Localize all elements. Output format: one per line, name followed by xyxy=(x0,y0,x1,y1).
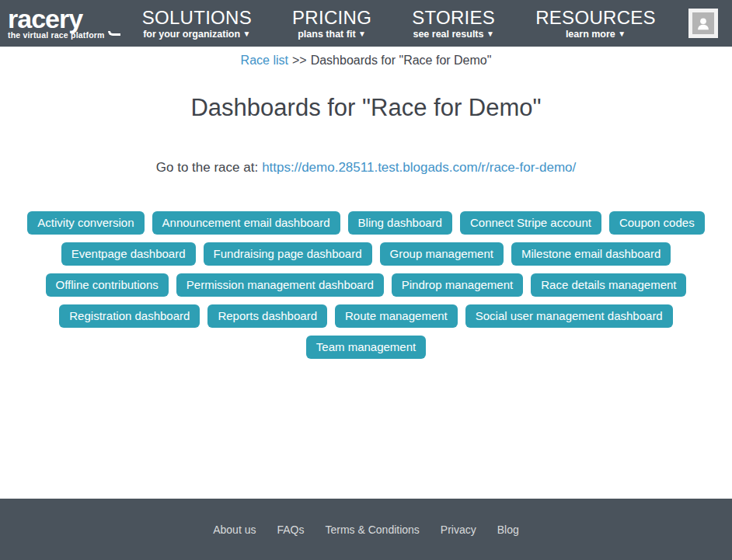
breadcrumb: Race list>>Dashboards for "Race for Demo… xyxy=(0,53,732,68)
dashboard-button-permission-management-dashboard[interactable]: Permission management dashboard xyxy=(176,273,384,297)
breadcrumb-race-list-link[interactable]: Race list xyxy=(241,54,288,67)
dashboard-button-fundraising-page-dashboard[interactable]: Fundraising page dashboard xyxy=(204,242,372,266)
dashboard-button-group-management[interactable]: Group management xyxy=(380,242,504,266)
dashboard-button-activity-conversion[interactable]: Activity conversion xyxy=(27,211,144,235)
dashboard-button-row: Offline contributionsPermission manageme… xyxy=(0,273,732,297)
chevron-down-icon: ▼ xyxy=(358,30,366,38)
chevron-down-icon: ▼ xyxy=(243,30,251,38)
chevron-down-icon: ▼ xyxy=(486,30,494,38)
nav-item-label: STORIES xyxy=(412,8,495,28)
footer: About usFAQsTerms & ConditionsPrivacyBlo… xyxy=(0,499,732,560)
nav-item-sublabel: learn more ▼ xyxy=(535,29,656,40)
race-link-line: Go to the race at:https://demo.28511.tes… xyxy=(0,159,732,176)
dashboard-button-pindrop-management[interactable]: Pindrop management xyxy=(392,273,523,297)
footer-link-terms-conditions[interactable]: Terms & Conditions xyxy=(325,523,419,536)
racery-logo[interactable]: racery the virtual race platform xyxy=(8,7,120,40)
breadcrumb-current: Dashboards for "Race for Demo" xyxy=(311,54,492,67)
dashboard-button-race-details-management[interactable]: Race details management xyxy=(531,273,686,297)
footer-link-privacy[interactable]: Privacy xyxy=(441,523,476,536)
logo-title: racery xyxy=(8,7,120,30)
main-content: Race list>>Dashboards for "Race for Demo… xyxy=(0,47,732,499)
nav-item-pricing[interactable]: PRICINGplans that fit ▼ xyxy=(292,8,371,40)
nav-item-sublabel: plans that fit ▼ xyxy=(292,29,371,40)
dashboard-button-coupon-codes[interactable]: Coupon codes xyxy=(609,211,705,235)
nav-menu: SOLUTIONSfor your organization ▼PRICINGp… xyxy=(142,8,656,40)
chevron-down-icon: ▼ xyxy=(618,30,626,38)
dashboard-button-offline-contributions[interactable]: Offline contributions xyxy=(46,273,169,297)
footer-link-faqs[interactable]: FAQs xyxy=(277,523,304,536)
nav-item-resources[interactable]: RESOURCESlearn more ▼ xyxy=(535,8,656,40)
dashboard-button-bling-dashboard[interactable]: Bling dashboard xyxy=(348,211,452,235)
user-icon xyxy=(692,12,714,34)
dashboard-button-route-management[interactable]: Route management xyxy=(335,304,458,328)
nav-item-sublabel: see real results ▼ xyxy=(412,29,495,40)
breadcrumb-separator: >> xyxy=(292,54,307,67)
logo-swoosh-icon xyxy=(108,31,120,36)
dashboard-button-row: Activity conversionAnnouncement email da… xyxy=(0,211,732,235)
nav-item-label: PRICING xyxy=(292,8,371,28)
race-link-label: Go to the race at: xyxy=(156,160,258,175)
dashboard-buttons: Activity conversionAnnouncement email da… xyxy=(0,211,732,359)
logo-tagline-text: the virtual race platform xyxy=(8,31,105,40)
top-nav: racery the virtual race platform SOLUTIO… xyxy=(0,0,732,47)
dashboard-button-team-management[interactable]: Team management xyxy=(306,336,426,359)
nav-item-label: RESOURCES xyxy=(535,8,656,28)
race-url-link[interactable]: https://demo.28511.test.blogads.com/r/ra… xyxy=(262,160,576,175)
dashboard-button-row: Registration dashboardReports dashboardR… xyxy=(0,304,732,328)
dashboard-button-connect-stripe-account[interactable]: Connect Stripe account xyxy=(460,211,601,235)
dashboard-button-social-user-management-dashboard[interactable]: Social user management dashboard xyxy=(465,304,673,328)
dashboard-button-reports-dashboard[interactable]: Reports dashboard xyxy=(207,304,327,328)
dashboard-button-registration-dashboard[interactable]: Registration dashboard xyxy=(59,304,200,328)
nav-item-solutions[interactable]: SOLUTIONSfor your organization ▼ xyxy=(142,8,252,40)
footer-link-blog[interactable]: Blog xyxy=(497,523,519,536)
dashboard-button-row: Team management xyxy=(0,336,732,359)
dashboard-button-milestone-email-dashboard[interactable]: Milestone email dashboard xyxy=(511,242,671,266)
footer-link-about-us[interactable]: About us xyxy=(213,523,256,536)
page-title: Dashboards for "Race for Demo" xyxy=(0,93,732,123)
account-button[interactable] xyxy=(688,9,718,38)
nav-item-label: SOLUTIONS xyxy=(142,8,252,28)
dashboard-button-announcement-email-dashboard[interactable]: Announcement email dashboard xyxy=(152,211,340,235)
nav-item-stories[interactable]: STORIESsee real results ▼ xyxy=(412,8,495,40)
logo-tagline: the virtual race platform xyxy=(8,31,120,40)
nav-item-sublabel: for your organization ▼ xyxy=(142,29,252,40)
dashboard-button-eventpage-dashboard[interactable]: Eventpage dashboard xyxy=(61,242,196,266)
dashboard-button-row: Eventpage dashboardFundraising page dash… xyxy=(0,242,732,266)
